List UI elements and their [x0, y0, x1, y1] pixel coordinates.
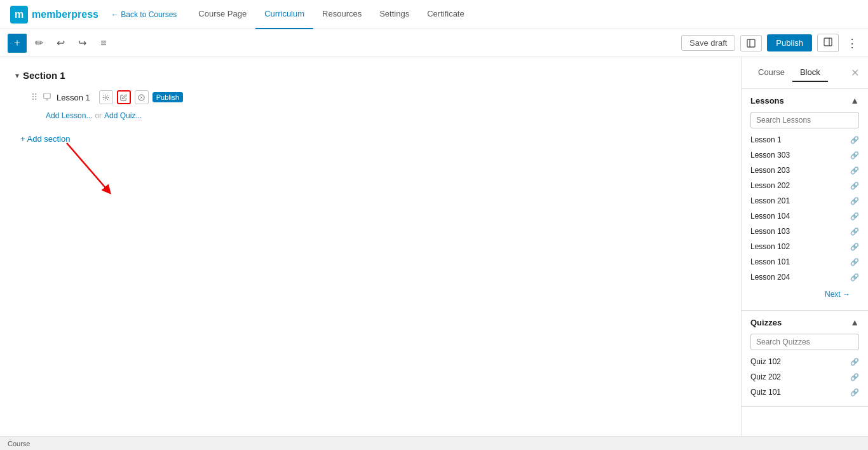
quizzes-panel-title: Quizzes: [750, 318, 782, 327]
quiz-list-item-name: Quiz 202: [750, 372, 781, 381]
external-link-icon: 🔗: [850, 358, 859, 366]
status-text: Course: [8, 440, 30, 447]
sidebar-tab-course[interactable]: Course: [750, 64, 792, 82]
lesson-name: Lesson 1: [57, 93, 90, 102]
toolbar-right: Save draft Publish ⋮: [681, 34, 860, 53]
sidebar-tab-block[interactable]: Block: [792, 64, 828, 82]
lesson-list-item-name: Lesson 1: [750, 135, 782, 144]
tab-settings[interactable]: Settings: [370, 0, 418, 29]
external-link-icon: 🔗: [850, 373, 859, 381]
external-link-icon: 🔗: [850, 197, 859, 205]
lesson-icon: [43, 92, 51, 103]
content-area: ▾ Section 1 ⠿ Lesson 1: [0, 57, 741, 436]
list-item[interactable]: Lesson 103 🔗: [750, 224, 859, 239]
lesson-list-item-name: Lesson 203: [750, 166, 790, 175]
settings-toggle-button[interactable]: [817, 34, 839, 52]
lessons-collapse-button[interactable]: ▲: [850, 95, 859, 106]
back-to-courses-link[interactable]: ← Back to Courses: [111, 10, 177, 19]
quizzes-panel: Quizzes ▲ Quiz 102 🔗 Quiz 202 🔗 Quiz 101…: [742, 311, 868, 407]
nav-tabs: Course Page Curriculum Resources Setting…: [189, 5, 473, 24]
sidebar-header: Course Block ✕: [742, 57, 868, 89]
svg-rect-1: [824, 38, 832, 46]
sidebar-close-button[interactable]: ✕: [851, 67, 859, 79]
tab-course-page[interactable]: Course Page: [189, 0, 255, 29]
lessons-list: Lesson 1 🔗 Lesson 303 🔗 Lesson 203 🔗 Les…: [750, 132, 859, 285]
logo: m memberpress: [10, 6, 98, 24]
logo-icon: m: [10, 6, 28, 24]
lessons-panel: Lessons ▲ Lesson 1 🔗 Lesson 303 🔗 Lesson…: [742, 89, 868, 311]
undo-button[interactable]: ↩: [51, 34, 70, 53]
svg-rect-2: [44, 93, 51, 98]
external-link-icon: 🔗: [850, 151, 859, 160]
lesson-list-item-name: Lesson 104: [750, 212, 790, 221]
lesson-list-item-name: Lesson 201: [750, 196, 790, 205]
lesson-edit-button[interactable]: [117, 90, 131, 104]
tab-certificate[interactable]: Certificate: [418, 0, 473, 29]
lesson-row: ⠿ Lesson 1 Publish: [15, 87, 726, 107]
add-section-button[interactable]: + Add section: [15, 129, 726, 149]
list-item[interactable]: Lesson 303 🔗: [750, 147, 859, 163]
preview-button[interactable]: [740, 35, 762, 51]
redo-button[interactable]: ↪: [72, 34, 92, 53]
list-item[interactable]: Lesson 203 🔗: [750, 163, 859, 178]
list-item[interactable]: Lesson 1 🔗: [750, 132, 859, 147]
lesson-actions: Publish: [99, 90, 183, 104]
brand-name: memberpress: [32, 9, 98, 20]
section-header[interactable]: ▾ Section 1: [15, 70, 726, 81]
lesson-list-item-name: Lesson 204: [750, 273, 790, 282]
add-section-label: + Add section: [20, 134, 70, 144]
list-item[interactable]: Lesson 101 🔗: [750, 254, 859, 269]
add-links-row: Add Lesson... or Add Quiz...: [15, 107, 726, 124]
quizzes-collapse-button[interactable]: ▲: [850, 317, 859, 327]
annotation-arrow: [64, 140, 127, 203]
add-block-button[interactable]: ＋: [8, 34, 27, 53]
list-item[interactable]: Quiz 202 🔗: [750, 369, 859, 385]
quizzes-panel-header: Quizzes ▲: [750, 317, 859, 327]
external-link-icon: 🔗: [850, 273, 859, 282]
quiz-list-item-name: Quiz 102: [750, 357, 781, 366]
top-bar: m memberpress ← Back to Courses Course P…: [0, 0, 868, 29]
lesson-settings-button[interactable]: [99, 90, 113, 104]
list-item[interactable]: Lesson 202 🔗: [750, 178, 859, 193]
status-bar: Course: [0, 436, 868, 450]
list-item[interactable]: Quiz 101 🔗: [750, 385, 859, 400]
tab-curriculum[interactable]: Curriculum: [255, 0, 313, 29]
list-item[interactable]: Lesson 201 🔗: [750, 193, 859, 208]
list-item[interactable]: Lesson 102 🔗: [750, 239, 859, 254]
save-draft-button[interactable]: Save draft: [681, 35, 735, 51]
lesson-delete-button[interactable]: [135, 90, 149, 104]
external-link-icon: 🔗: [850, 212, 859, 221]
publish-button[interactable]: Publish: [767, 34, 812, 51]
external-link-icon: 🔗: [850, 136, 859, 144]
tab-resources[interactable]: Resources: [313, 0, 370, 29]
add-quiz-link[interactable]: Add Quiz...: [104, 111, 142, 120]
add-link-separator: or: [95, 111, 102, 120]
lesson-publish-badge[interactable]: Publish: [153, 92, 183, 102]
drag-handle-icon[interactable]: ⠿: [31, 92, 37, 102]
quiz-list-item-name: Quiz 101: [750, 388, 781, 397]
list-item[interactable]: Lesson 204 🔗: [750, 269, 859, 285]
add-lesson-link[interactable]: Add Lesson...: [46, 111, 92, 120]
list-item[interactable]: Lesson 104 🔗: [750, 208, 859, 224]
external-link-icon: 🔗: [850, 182, 859, 190]
lesson-list-item-name: Lesson 202: [750, 181, 790, 190]
lesson-list-item-name: Lesson 103: [750, 227, 790, 236]
search-quizzes-input[interactable]: [750, 334, 859, 350]
toolbar-left: ＋ ✏ ↩ ↪ ≡: [8, 34, 681, 53]
lessons-next-link[interactable]: Next →: [750, 285, 859, 304]
tools-button[interactable]: ✏: [29, 34, 48, 53]
svg-rect-0: [747, 39, 755, 47]
editor-toolbar: ＋ ✏ ↩ ↪ ≡ Save draft Publish ⋮: [0, 29, 868, 57]
external-link-icon: 🔗: [850, 167, 859, 175]
search-lessons-input[interactable]: [750, 112, 859, 128]
more-options-button[interactable]: ⋮: [844, 34, 860, 53]
main-layout: ▾ Section 1 ⠿ Lesson 1: [0, 57, 868, 436]
list-item[interactable]: Quiz 102 🔗: [750, 354, 859, 369]
lesson-list-item-name: Lesson 102: [750, 242, 790, 251]
sidebar-tabs: Course Block: [750, 64, 828, 82]
section-chevron-icon: ▾: [15, 71, 19, 80]
quizzes-list: Quiz 102 🔗 Quiz 202 🔗 Quiz 101 🔗: [750, 354, 859, 400]
svg-point-3: [105, 97, 107, 99]
document-overview-button[interactable]: ≡: [94, 34, 113, 53]
section-title: Section 1: [23, 70, 65, 81]
